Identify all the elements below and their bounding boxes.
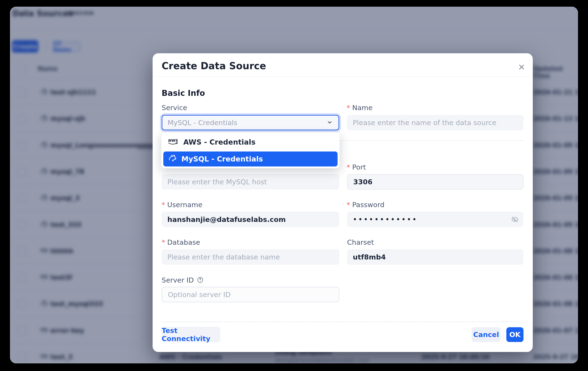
eye-off-icon[interactable] (511, 216, 519, 225)
required-asterisk: * (346, 201, 350, 209)
dropdown-option-mysql[interactable]: MySQL - Credentials (163, 151, 337, 166)
name-input-wrap (347, 115, 524, 130)
dropdown-option-aws[interactable]: aws AWS - Credentials (163, 134, 337, 150)
mysql-icon (168, 154, 177, 164)
ok-button[interactable]: OK (506, 327, 524, 342)
username-input[interactable] (167, 212, 334, 227)
section-basic-info: Basic Info (162, 89, 205, 98)
host-input[interactable] (167, 174, 334, 190)
service-dropdown-panel: aws AWS - Credentials MySQL - Credential… (161, 132, 340, 168)
charset-input-wrap (347, 249, 524, 265)
database-input[interactable] (167, 249, 334, 265)
port-label: * Port (346, 163, 366, 171)
charset-input[interactable] (353, 249, 518, 265)
name-label: * Name (346, 104, 373, 112)
help-circle-icon[interactable] (197, 277, 204, 285)
required-asterisk: * (346, 163, 350, 171)
password-masked-value: •••••••••••• (353, 212, 418, 227)
required-asterisk: * (162, 238, 165, 246)
port-input[interactable] (353, 175, 517, 189)
svg-text:aws: aws (168, 138, 178, 143)
username-input-wrap (162, 212, 339, 227)
modal-title: Create Data Source (162, 60, 266, 71)
charset-label: Charset (347, 238, 374, 246)
port-input-wrap (347, 174, 524, 190)
cancel-button[interactable]: Cancel (472, 327, 501, 342)
password-label: * Password (346, 201, 384, 209)
service-select-value: MySQL - Credentials (168, 119, 237, 127)
service-select[interactable]: MySQL - Credentials (162, 115, 339, 130)
server-id-input[interactable] (168, 287, 333, 302)
username-label: * Username (162, 201, 202, 209)
aws-icon: aws (168, 138, 179, 147)
database-input-wrap (162, 249, 339, 265)
modal-header-divider (153, 76, 533, 77)
app-page: Data Sources PREVIEW Create 12 items Nam… (10, 7, 578, 363)
host-input-wrap (162, 174, 339, 190)
close-icon[interactable] (516, 62, 527, 72)
chevron-down-icon (326, 119, 333, 127)
service-label: Service (162, 104, 187, 112)
password-input-wrap: •••••••••••• (347, 212, 524, 227)
required-asterisk: * (346, 104, 350, 112)
server-id-input-wrap (162, 287, 339, 302)
database-label: * Database (162, 238, 200, 246)
server-id-label: Server ID (162, 276, 204, 284)
footer-dashed-divider (162, 321, 524, 322)
required-asterisk: * (162, 201, 165, 209)
test-connectivity-button[interactable]: Test Connectivity (162, 327, 220, 342)
name-input[interactable] (353, 115, 518, 130)
create-data-source-modal: Create Data Source Basic Info Service * … (153, 53, 533, 352)
